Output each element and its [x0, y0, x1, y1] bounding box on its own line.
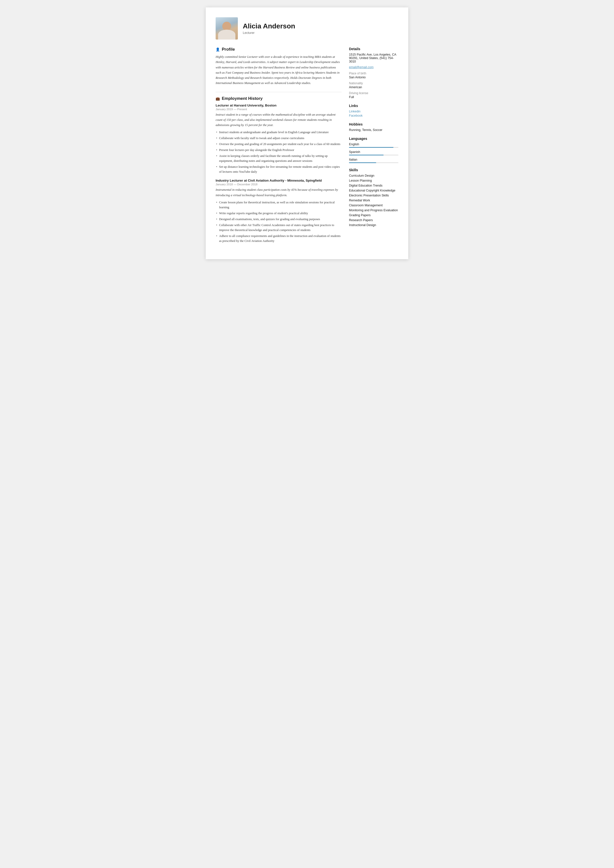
avatar: [216, 17, 238, 40]
skills-list: Curriculum DesignLesson PlanningDigital …: [349, 174, 398, 227]
skill-item: Monitoring and Progress Evaluation: [349, 208, 398, 212]
list-item: Designed all examinations, tests, and qu…: [216, 217, 341, 222]
job-1-desc: Instruct student in a range of courses w…: [216, 112, 341, 128]
skill-item: Electronic Presentation Skills: [349, 194, 398, 197]
language-item: English: [349, 143, 398, 148]
languages-section: Languages English Spanish Italian: [349, 137, 398, 163]
language-bar: [349, 147, 398, 148]
languages-list: English Spanish Italian: [349, 143, 398, 163]
profile-section: 👤 Profile Highly committed Senior Lectur…: [216, 47, 341, 86]
link-item[interactable]: Linkedin: [349, 110, 398, 113]
skill-item: Grading Papers: [349, 213, 398, 217]
driving-license-value: Full: [349, 95, 398, 99]
list-item: Write regular reports regarding the prog…: [216, 211, 341, 216]
place-of-birth-value: San Antonio: [349, 76, 398, 79]
skill-item: Research Papers: [349, 219, 398, 222]
skills-section: Skills Curriculum DesignLesson PlanningD…: [349, 168, 398, 227]
list-item: Present four lectures per day alongside …: [216, 148, 341, 152]
language-item: Italian: [349, 158, 398, 163]
skill-item: Instructional Design: [349, 224, 398, 227]
skill-item: Educational Copyright Knowledge: [349, 189, 398, 192]
employment-icon: 💼: [216, 96, 220, 101]
details-section: Details 1515 Pacific Ave, Los Angeles, C…: [349, 47, 398, 99]
job-2-desc: Instrumental in reducing student class p…: [216, 187, 341, 198]
header-info: Alicia Anderson Lecturer: [243, 22, 295, 34]
hobbies-section: Hobbies Running, Tennis, Soccer: [349, 122, 398, 132]
job-1-dates: January 2019 — Present: [216, 108, 341, 111]
language-bar: [349, 162, 398, 163]
job-2-title: Industry Lecturer at Civil Aviation Auth…: [216, 179, 341, 182]
links-section: Links LinkedinFacebook: [349, 104, 398, 117]
job-1: Lecturer at Harvard University, Boston J…: [216, 104, 341, 174]
list-item: Assist in keeping classes orderly and fa…: [216, 154, 341, 163]
list-item: Instruct students at undergraduate and g…: [216, 130, 341, 135]
employment-section: 💼 Employment History Lecturer at Harvard…: [216, 96, 341, 243]
language-item: Spanish: [349, 150, 398, 155]
list-item: Oversee the posting and grading of 20 as…: [216, 141, 341, 146]
skill-item: Remedial Work: [349, 199, 398, 202]
employment-section-title: 💼 Employment History: [216, 96, 341, 101]
language-bar-fill: [349, 162, 376, 163]
list-item: Collaborate with faculty staff to tweak …: [216, 136, 341, 141]
skills-title: Skills: [349, 168, 398, 172]
skill-item: Classroom Management: [349, 203, 398, 207]
details-email[interactable]: email@email.com: [349, 65, 374, 69]
skill-item: Curriculum Design: [349, 174, 398, 177]
main-layout: 👤 Profile Highly committed Senior Lectur…: [216, 47, 398, 249]
list-item: Adhere to all compliance requirements an…: [216, 233, 341, 243]
language-name: Italian: [349, 158, 398, 161]
details-address: 1515 Pacific Ave, Los Angeles, CA 90291,…: [349, 53, 398, 63]
place-of-birth-label: Place of birth: [349, 71, 398, 75]
details-title: Details: [349, 47, 398, 51]
job-2-bullets: Create lesson plans for theoretical inst…: [216, 200, 341, 243]
nationality-value: American: [349, 85, 398, 89]
links-list: LinkedinFacebook: [349, 110, 398, 117]
profile-text: Highly committed Senior Lecturer with ov…: [216, 54, 341, 86]
right-column: Details 1515 Pacific Ave, Los Angeles, C…: [349, 47, 398, 249]
hobbies-title: Hobbies: [349, 122, 398, 126]
driving-license-label: Driving license: [349, 92, 398, 95]
language-name: Spanish: [349, 150, 398, 154]
left-column: 👤 Profile Highly committed Senior Lectur…: [216, 47, 341, 249]
divider-1: [216, 92, 341, 92]
list-item: Collaborate with other Air Traffic Contr…: [216, 223, 341, 233]
profile-section-title: 👤 Profile: [216, 47, 341, 52]
skill-item: Digital Education Trends: [349, 184, 398, 187]
job-2-dates: January 2018 — December 2018: [216, 183, 341, 186]
header-section: Alicia Anderson Lecturer: [216, 17, 398, 40]
skill-item: Lesson Planning: [349, 179, 398, 182]
job-1-bullets: Instruct students at undergraduate and g…: [216, 130, 341, 174]
links-title: Links: [349, 104, 398, 108]
language-bar-fill: [349, 147, 394, 148]
language-bar-fill: [349, 155, 384, 155]
resume-container: Alicia Anderson Lecturer 👤 Profile Highl…: [206, 8, 408, 259]
profile-icon: 👤: [216, 47, 220, 51]
list-item: Create lesson plans for theoretical inst…: [216, 200, 341, 210]
languages-title: Languages: [349, 137, 398, 141]
candidate-name: Alicia Anderson: [243, 22, 295, 30]
language-name: English: [349, 143, 398, 146]
candidate-title: Lecturer: [243, 31, 295, 34]
job-2: Industry Lecturer at Civil Aviation Auth…: [216, 179, 341, 243]
link-item[interactable]: Facebook: [349, 114, 398, 117]
list-item: Set up distance learning technologies fo…: [216, 164, 341, 174]
hobbies-text: Running, Tennis, Soccer: [349, 128, 398, 132]
language-bar: [349, 155, 398, 155]
job-1-title: Lecturer at Harvard University, Boston: [216, 104, 341, 107]
nationality-label: Nationality: [349, 82, 398, 85]
